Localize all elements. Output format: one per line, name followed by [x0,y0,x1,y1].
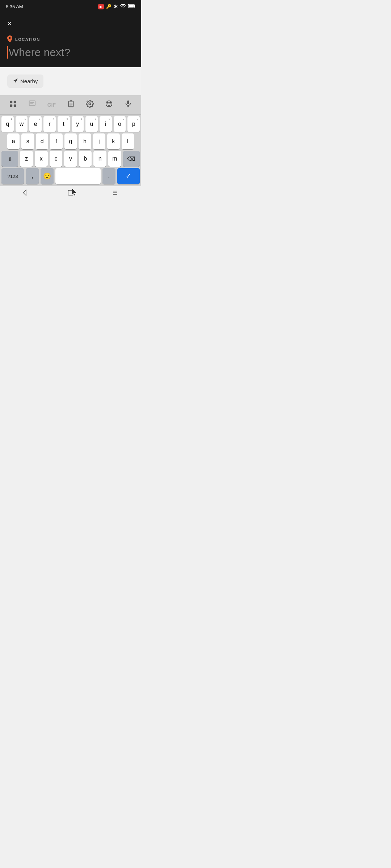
key-icon: 🔑 [106,4,112,9]
svg-rect-2 [10,101,12,103]
key-z[interactable]: z [20,151,33,167]
grid-icon[interactable] [9,100,17,110]
palette-icon[interactable] [105,100,113,110]
keyboard-row-2: a s d f g h j k l [0,132,141,149]
key-v[interactable]: v [64,151,77,167]
svg-rect-3 [14,101,16,103]
key-k[interactable]: k [107,133,119,149]
space-key[interactable] [55,168,101,184]
status-bar: 8:35 AM ▶ 🔑 ✱ [0,0,141,13]
video-record-icon: ▶ [98,4,104,9]
svg-rect-4 [10,105,12,107]
key-i[interactable]: 8i [100,116,112,132]
key-l[interactable]: l [122,133,134,149]
svg-point-8 [89,103,91,105]
svg-rect-5 [14,105,16,107]
key-o[interactable]: 9o [114,116,126,132]
nearby-label: Nearby [20,78,38,84]
comma-key[interactable]: , [26,168,39,184]
key-q[interactable]: 1q [1,116,14,132]
nav-bar [0,186,141,201]
content-area: Nearby [0,67,141,95]
key-x[interactable]: x [35,151,48,167]
svg-rect-12 [127,101,129,104]
symbols-key[interactable]: ?123 [1,168,24,184]
key-p[interactable]: 0p [127,116,140,132]
key-m[interactable]: m [108,151,121,167]
key-a[interactable]: a [7,133,20,149]
location-label: LOCATION [15,37,40,42]
bluetooth-icon: ✱ [114,4,118,9]
key-j[interactable]: j [93,133,105,149]
text-cursor [7,46,8,59]
sticker-icon[interactable] [28,100,36,110]
key-e[interactable]: 3e [29,116,42,132]
period-key[interactable]: . [102,168,115,184]
menu-nav-icon[interactable] [112,190,118,197]
key-c[interactable]: c [50,151,63,167]
key-u[interactable]: 7u [85,116,98,132]
close-button[interactable]: × [7,19,12,28]
search-placeholder: Where next? [9,46,70,59]
svg-rect-1 [129,5,134,7]
backspace-key[interactable]: ⌫ [123,151,140,167]
keyboard: 1q 2w 3e 4r 5t 6y 7u 8i 9o 0p a s d f g … [0,115,141,186]
key-n[interactable]: n [93,151,106,167]
settings-icon[interactable] [86,100,94,110]
nearby-chip[interactable]: Nearby [7,75,43,88]
key-t[interactable]: 5t [58,116,70,132]
location-label-row: LOCATION [7,35,134,43]
battery-icon [128,4,135,9]
shift-key[interactable]: ⇧ [1,151,18,167]
keyboard-toolbar: GIF [0,95,141,115]
key-d[interactable]: d [36,133,48,149]
microphone-icon[interactable] [124,100,132,110]
location-pin-icon [7,35,12,43]
keyboard-row-1: 1q 2w 3e 4r 5t 6y 7u 8i 9o 0p [0,115,141,132]
key-g[interactable]: g [64,133,77,149]
key-f[interactable]: f [50,133,62,149]
svg-marker-15 [23,190,26,196]
key-r[interactable]: 4r [43,116,56,132]
key-b[interactable]: b [79,151,92,167]
keyboard-row-4: ?123 , 🙂 . ✓ [0,167,141,186]
clipboard-icon[interactable] [67,100,75,110]
svg-point-11 [110,102,111,103]
keyboard-row-3: ⇧ z x c v b n m ⌫ [0,149,141,167]
status-time: 8:35 AM [6,4,23,9]
key-s[interactable]: s [21,133,34,149]
svg-rect-16 [68,190,73,195]
search-input[interactable]: Where next? [7,46,134,59]
search-header: × LOCATION Where next? [0,13,141,67]
emoji-key[interactable]: 🙂 [41,168,54,184]
wifi-icon [120,4,126,9]
home-nav-icon[interactable] [67,190,74,197]
status-icons: ▶ 🔑 ✱ [98,4,135,9]
key-w[interactable]: 2w [16,116,28,132]
key-h[interactable]: h [79,133,91,149]
svg-rect-6 [29,101,35,106]
gif-icon[interactable]: GIF [47,102,56,108]
enter-key[interactable]: ✓ [117,168,140,184]
svg-point-9 [106,101,112,107]
back-nav-icon[interactable] [23,190,29,197]
navigation-icon [13,78,18,84]
key-y[interactable]: 6y [72,116,84,132]
svg-point-10 [107,102,108,103]
